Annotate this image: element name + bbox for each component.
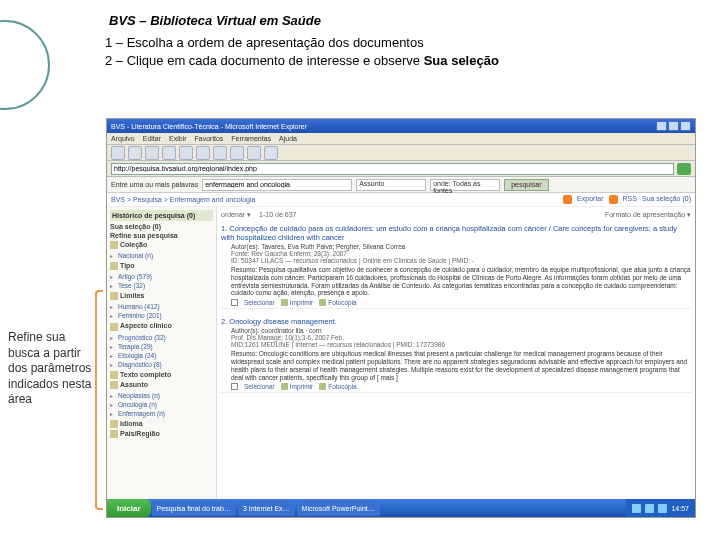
window-title: BVS - Literatura Científico-Técnica - Mi… (111, 123, 307, 130)
task-item[interactable]: Pesquisa final do trab… (152, 501, 236, 516)
stop-button[interactable] (145, 146, 159, 160)
filter-item[interactable]: Etiologia (24) (110, 351, 213, 360)
photocopy-action[interactable]: Fotocópia (319, 299, 357, 306)
print-icon (281, 299, 288, 306)
menu-exibir[interactable]: Exibir (169, 135, 187, 142)
filter-item[interactable]: Diagnóstico (8) (110, 360, 213, 369)
filter-item[interactable]: Enfermagem (n) (110, 409, 213, 418)
format-select[interactable]: Formato de apresentação ▾ (605, 211, 691, 219)
results-range: 1-10 de 637 (259, 211, 296, 219)
result-title-link[interactable]: Oncology disease management. (229, 317, 337, 326)
mail-button[interactable] (247, 146, 261, 160)
print-button[interactable] (264, 146, 278, 160)
folder-icon (110, 262, 118, 270)
address-input[interactable] (111, 163, 674, 175)
rss-link[interactable]: RSS (623, 195, 637, 204)
order-select[interactable]: ordenar ▾ (221, 211, 251, 219)
search-submit-button[interactable]: pesquisar (504, 179, 548, 191)
annotation-bracket (95, 290, 103, 510)
filter-item[interactable]: Humano (412) (110, 302, 213, 311)
result-actions: Selecionar Imprimir Fotocópia (231, 383, 691, 390)
window-titlebar: BVS - Literatura Científico-Técnica - Mi… (107, 119, 695, 133)
search-input[interactable] (202, 179, 352, 191)
result-id: ID: 50347 LILACS — recursos relacionados… (231, 257, 691, 264)
go-button[interactable] (677, 163, 691, 175)
print-action[interactable]: Imprimir (281, 383, 313, 390)
tray-icon[interactable] (632, 504, 641, 513)
search-row: Entre uma ou mais palavras Assunto onde:… (107, 177, 695, 193)
filter-item[interactable]: Artigo (579) (110, 272, 213, 281)
filter-pais[interactable]: País/Região (110, 430, 213, 438)
browser-window: BVS - Literatura Científico-Técnica - Mi… (106, 118, 696, 518)
maximize-button[interactable] (668, 121, 679, 131)
select-checkbox[interactable] (231, 383, 238, 390)
nav-toolbar (107, 145, 695, 161)
address-bar (107, 161, 695, 177)
selection-link[interactable]: Sua seleção (0) (642, 195, 691, 204)
clock: 14:57 (671, 505, 689, 512)
filter-item[interactable]: Tese (32) (110, 281, 213, 290)
task-item[interactable]: Microsoft PowerPoint… (297, 501, 380, 516)
slide-line2: 2 – Clique em cada documento de interess… (105, 52, 695, 70)
filter-aspecto[interactable]: Aspecto clínico (110, 322, 213, 330)
filter-item[interactable]: Feminino (201) (110, 311, 213, 320)
result-authors: Author(s): coordinator lila · corn (231, 327, 691, 334)
print-icon (281, 383, 288, 390)
result-id: MID:1261 MEDLINE | Internet — recursos r… (231, 341, 691, 348)
menu-ajuda[interactable]: Ajuda (279, 135, 297, 142)
tray-icon[interactable] (645, 504, 654, 513)
history-button[interactable] (230, 146, 244, 160)
select-action[interactable]: Selecionar (244, 299, 275, 306)
task-item[interactable]: 3 Internet Ex… (238, 501, 295, 516)
print-action[interactable]: Imprimir (281, 299, 313, 306)
folder-icon (110, 241, 118, 249)
result-authors: Autor(es): Tavares, Eva Ruth Paiva; Perg… (231, 243, 691, 250)
slide-line1: 1 – Escolha a ordem de apresentação dos … (105, 34, 695, 52)
filter-texto[interactable]: Texto completo (110, 371, 213, 379)
filter-assunto[interactable]: Assunto (110, 381, 213, 389)
search-field-select[interactable]: Assunto (356, 179, 426, 191)
menu-ferramentas[interactable]: Ferramentas (231, 135, 271, 142)
tray-icon[interactable] (658, 504, 667, 513)
menu-favoritos[interactable]: Favoritos (195, 135, 224, 142)
filter-item[interactable]: Prognóstico (32) (110, 333, 213, 342)
filter-colecao[interactable]: Coleção (110, 241, 213, 249)
refine-sidebar: Histórico de pesquisa (0) Sua seleção (0… (107, 207, 217, 517)
start-button[interactable]: Iniciar (107, 499, 151, 517)
results-header: ordenar ▾ 1-10 de 637 Formato de apresen… (221, 211, 691, 219)
search-scope-select[interactable]: onde: Todas as fontes (430, 179, 500, 191)
favorites-button[interactable] (213, 146, 227, 160)
filter-item[interactable]: Nacional (n) (110, 251, 213, 260)
filter-item[interactable]: Oncologia (n) (110, 400, 213, 409)
refine-annotation: Refine sua busca a partir dos parâmetros… (8, 330, 96, 408)
system-tray: 14:57 (626, 499, 695, 517)
photocopy-action[interactable]: Fotocópia (319, 383, 357, 390)
history-header[interactable]: Histórico de pesquisa (0) (110, 210, 213, 221)
your-selection[interactable]: Sua seleção (0) (110, 223, 213, 230)
photocopy-icon (319, 383, 326, 390)
select-checkbox[interactable] (231, 299, 238, 306)
search-button[interactable] (196, 146, 210, 160)
back-button[interactable] (111, 146, 125, 160)
export-link[interactable]: Exportar (577, 195, 603, 204)
home-button[interactable] (179, 146, 193, 160)
close-button[interactable] (680, 121, 691, 131)
select-action[interactable]: Selecionar (244, 383, 275, 390)
minimize-button[interactable] (656, 121, 667, 131)
menu-editar[interactable]: Editar (143, 135, 161, 142)
menu-arquivo[interactable]: Arquivo (111, 135, 135, 142)
rss-icon[interactable] (563, 195, 572, 204)
result-abstract: Resumo: Oncologic conditions are ubiquit… (231, 350, 691, 381)
filter-limites[interactable]: Limites (110, 292, 213, 300)
result-actions: Selecionar Imprimir Fotocópia (231, 299, 691, 306)
result-title-link[interactable]: Concepção de cuidado para os cuidadores:… (221, 224, 677, 242)
filter-item[interactable]: Terapia (29) (110, 342, 213, 351)
filter-idioma[interactable]: Idioma (110, 420, 213, 428)
refresh-button[interactable] (162, 146, 176, 160)
forward-button[interactable] (128, 146, 142, 160)
filter-item[interactable]: Neoplasias (n) (110, 391, 213, 400)
result-item: 1. Concepção de cuidado para os cuidador… (221, 222, 691, 309)
filter-tipo[interactable]: Tipo (110, 262, 213, 270)
folder-icon (110, 381, 118, 389)
rss-icon-2[interactable] (609, 195, 618, 204)
